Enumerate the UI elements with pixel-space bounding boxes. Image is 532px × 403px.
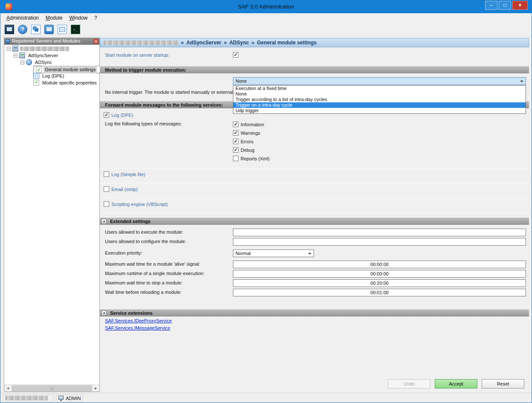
msg-warnings-label: Warnings — [241, 130, 260, 136]
users-execute-input[interactable] — [233, 229, 526, 236]
divider — [100, 213, 529, 213]
toolbar: ? — [0, 23, 532, 36]
breadcrumb: » AdSyncServer » ADSync » General module… — [100, 38, 529, 47]
redacted-breadcrumb-server — [104, 41, 178, 45]
breadcrumb-separator: » — [181, 40, 184, 46]
tree-expander-icon[interactable] — [14, 54, 17, 58]
execution-priority-select[interactable]: Normal — [233, 249, 314, 257]
trigger-combobox-value: None — [235, 78, 247, 84]
section-header-extended-label: Extended settings — [110, 219, 151, 224]
dropdown-option-list-intraday[interactable]: Trigger according to a list of intra-day… — [233, 97, 526, 102]
service-scripting-checkbox[interactable] — [104, 201, 109, 207]
tree-item-root[interactable] — [7, 45, 69, 52]
msg-information-label: Information — [241, 122, 264, 127]
service-log-simple-checkbox[interactable] — [104, 171, 109, 177]
settings-page-icon — [36, 67, 42, 72]
users-execute-label: Users allowed to execute the module: — [105, 229, 183, 235]
app-window: SAF 3.0 Administration – □ × Administrat… — [0, 0, 532, 403]
msg-debug-checkbox[interactable] — [233, 147, 238, 153]
minimize-button[interactable]: – — [485, 1, 497, 10]
chevron-down-icon[interactable] — [308, 253, 311, 256]
accept-button[interactable]: Accept — [435, 379, 477, 389]
tree-item-module-specific-properties[interactable]: Module specific properties — [33, 79, 98, 86]
window-title: SAF 3.0 Administration — [0, 3, 532, 10]
section-header-extensions-label: Service extensions — [110, 310, 153, 316]
max-runtime-label: Maximum runtime of a single module execu… — [105, 271, 204, 276]
maximize-button[interactable]: □ — [499, 1, 511, 10]
breadcrumb-separator: » — [251, 40, 254, 46]
panel-close-icon[interactable] — [93, 39, 99, 44]
start-module-checkbox[interactable] — [233, 52, 238, 58]
execution-priority-value: Normal — [235, 251, 250, 256]
tree-item-adsyncserver[interactable]: AdSyncServer — [14, 52, 59, 59]
scroll-left-icon[interactable] — [4, 385, 12, 391]
undo-button[interactable]: Undo — [388, 379, 430, 389]
msg-information-checkbox[interactable] — [233, 122, 238, 127]
service-email-label[interactable]: Email (smtp) — [111, 187, 138, 192]
execution-priority-label: Execution priority: — [105, 250, 142, 255]
tree-horizontal-scrollbar[interactable] — [4, 384, 99, 391]
service-log-dpe-label[interactable]: Log (DPE) — [111, 113, 133, 118]
dropdown-option-none[interactable]: None — [233, 91, 526, 97]
max-wait-stop-input[interactable] — [233, 279, 526, 287]
breadcrumb-adsyncserver[interactable]: AdSyncServer — [186, 40, 221, 46]
module-icon — [26, 59, 32, 65]
tree-item-log-dpe[interactable]: Log (DPE) — [33, 72, 65, 79]
tree-item-adsync[interactable]: ADSync — [20, 59, 53, 66]
connect-server-icon[interactable] — [4, 24, 15, 35]
modules-icon[interactable] — [30, 24, 41, 35]
msg-errors-checkbox[interactable] — [233, 139, 238, 144]
statusbar-server-cell — [3, 394, 54, 402]
help-icon[interactable]: ? — [17, 24, 28, 35]
menu-help[interactable]: ? — [91, 14, 101, 22]
tree-expander-icon[interactable] — [7, 47, 11, 51]
service-log-dpe-checkbox[interactable] — [104, 112, 109, 118]
reset-button[interactable]: Reset — [482, 379, 524, 389]
log-types-label: Log the following types of messages: — [105, 121, 182, 126]
panel-icon — [6, 39, 10, 43]
collapse-section-icon[interactable] — [102, 219, 107, 224]
message-service-link[interactable]: SAF.Services.IMessageService — [105, 325, 170, 331]
menu-administration[interactable]: Administration — [3, 14, 42, 22]
wait-reload-label: Wait time before reloading a module: — [105, 290, 181, 295]
msg-debug-label: Debug — [241, 148, 254, 153]
msg-reports-checkbox[interactable] — [233, 156, 238, 161]
menubar: Administration Module Window ? — [0, 13, 532, 23]
start-module-label: Start module on server startup: — [105, 52, 169, 58]
max-wait-alive-input[interactable] — [233, 261, 526, 268]
scroll-right-icon[interactable] — [92, 385, 99, 391]
trigger-combobox[interactable]: None — [233, 77, 526, 85]
close-button[interactable]: × — [512, 1, 528, 10]
trigger-dropdown-list: Execution at a fixed time None Trigger a… — [233, 85, 526, 114]
settings-page-icon — [33, 80, 39, 86]
max-wait-alive-label: Maximum wait time for a module 'alive' s… — [105, 261, 200, 267]
titlebar: SAF 3.0 Administration – □ × — [0, 0, 532, 13]
tree-expander-icon[interactable] — [20, 61, 24, 64]
redacted-server-name — [20, 46, 69, 51]
dropdown-option-fixed-time[interactable]: Execution at a fixed time — [233, 86, 526, 91]
max-runtime-input[interactable] — [233, 270, 526, 278]
collapse-section-icon[interactable] — [102, 310, 107, 316]
divider — [100, 198, 529, 198]
menu-module[interactable]: Module — [42, 14, 66, 22]
service-scripting-label[interactable]: Scripting engine (VBScript) — [111, 202, 168, 207]
grid-icon[interactable] — [57, 24, 68, 35]
service-email-checkbox[interactable] — [104, 186, 109, 192]
msg-warnings-checkbox[interactable] — [233, 130, 238, 136]
breadcrumb-adsync[interactable]: ADSync — [229, 40, 249, 46]
menu-window[interactable]: Window — [66, 14, 91, 22]
statusbar-admin-label: ADMIN — [66, 396, 81, 401]
dropdown-option-intraday[interactable]: Trigger on a intra-day cycle — [233, 102, 526, 108]
users-configure-input[interactable] — [233, 238, 526, 246]
chevron-down-icon[interactable] — [520, 81, 523, 84]
window-icon[interactable] — [44, 24, 55, 35]
service-log-simple-label[interactable]: Log (Simple file) — [111, 172, 145, 177]
dropdown-option-udp[interactable]: Udp trigger — [233, 108, 526, 113]
divider — [100, 168, 529, 168]
scrollbar-thumb[interactable] — [12, 385, 92, 391]
console-icon[interactable] — [70, 24, 81, 35]
dpe-proxy-service-link[interactable]: SAF.Services.IDpeProxyService — [105, 318, 172, 323]
breadcrumb-separator: » — [224, 40, 227, 46]
wait-reload-input[interactable] — [233, 289, 526, 296]
user-icon — [58, 396, 64, 400]
